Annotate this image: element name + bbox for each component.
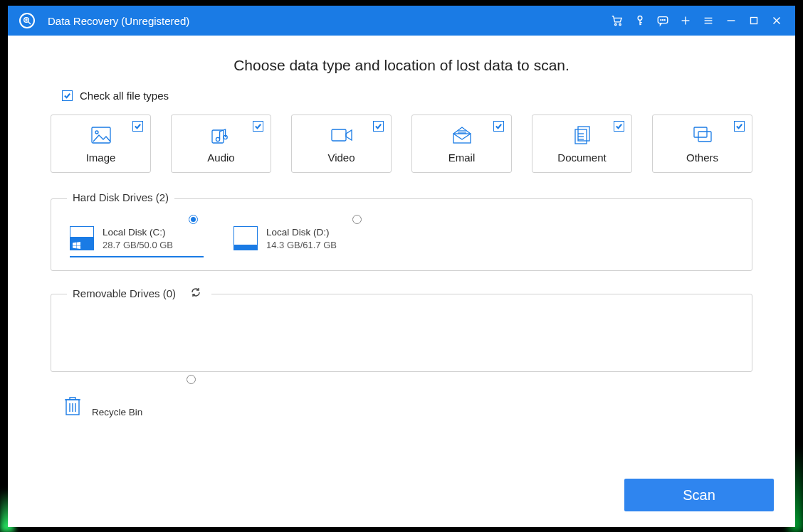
drive-c-name: Local Disk (C:) [103,227,173,238]
svg-line-3 [28,22,31,24]
svg-rect-39 [698,132,711,142]
svg-point-26 [216,137,219,141]
main-content: Choose data type and location of lost da… [8,36,795,527]
svg-point-24 [95,131,98,134]
file-types-row: Image Audio Video Email Document [51,115,752,173]
svg-point-6 [638,16,642,21]
hdd-group-label: Hard Disk Drives (2) [67,191,174,203]
menu-icon[interactable] [697,6,720,36]
type-email-label: Email [448,151,476,164]
svg-rect-20 [751,18,757,24]
svg-point-11 [661,20,661,21]
recycle-bin-label: Recycle Bin [92,407,142,419]
removable-group: Removable Drives (0) [51,294,752,372]
video-icon [330,124,353,146]
type-image-label: Image [86,151,116,164]
app-window: Data Recovery (Unregistered) Choose data… [8,6,795,527]
maximize-button[interactable] [742,6,765,36]
svg-point-4 [615,23,616,25]
page-heading: Choose data type and location of lost da… [51,57,752,74]
type-card-video[interactable]: Video [291,115,392,173]
type-image-checkbox[interactable] [132,121,143,132]
hdd-group: Hard Disk Drives (2) Local Disk (C:) 28.… [51,198,752,271]
drive-d-name: Local Disk (D:) [266,227,337,238]
audio-icon [211,124,232,146]
svg-rect-28 [332,129,346,141]
type-audio-checkbox[interactable] [253,121,263,132]
type-video-label: Video [327,151,355,164]
type-document-checkbox[interactable] [614,121,624,132]
document-icon [572,124,592,146]
type-card-document[interactable]: Document [532,115,632,173]
check-all-label: Check all file types [80,90,169,102]
type-card-email[interactable]: Email [411,115,512,173]
drive-c-capacity: 28.7 GB/50.0 GB [103,240,173,250]
disk-icon [70,226,94,250]
windows-icon [73,240,80,248]
check-all-row[interactable]: Check all file types [62,90,752,102]
type-card-others[interactable]: Others [652,115,752,173]
type-audio-label: Audio [207,151,234,164]
drive-c-radio[interactable] [189,215,198,224]
type-video-checkbox[interactable] [373,121,384,132]
others-icon [692,124,713,146]
minimize-button[interactable] [720,6,742,36]
drive-d[interactable]: Local Disk (D:) 14.3 GB/61.7 GB [229,215,372,257]
refresh-icon[interactable] [186,287,206,300]
window-title: Data Recovery (Unregistered) [48,15,189,27]
titlebar: Data Recovery (Unregistered) [8,6,795,36]
svg-point-13 [664,20,665,21]
svg-point-5 [619,23,621,25]
close-button[interactable] [765,6,788,36]
drive-d-radio[interactable] [352,215,362,224]
key-icon[interactable] [629,6,651,36]
type-card-image[interactable]: Image [51,115,151,173]
recycle-bin-radio[interactable] [187,375,196,384]
plus-icon[interactable] [674,6,697,36]
image-icon [90,124,112,146]
trash-icon [63,395,82,419]
type-others-label: Others [686,151,718,164]
type-document-label: Document [557,151,606,164]
cart-icon[interactable] [606,6,629,36]
check-all-checkbox[interactable] [62,90,73,101]
type-email-checkbox[interactable] [493,121,504,132]
recycle-bin-option[interactable]: Recycle Bin [63,395,206,419]
app-logo-icon [19,13,35,28]
type-card-audio[interactable]: Audio [171,115,271,173]
drive-d-capacity: 14.3 GB/61.7 GB [266,240,337,250]
svg-marker-29 [346,130,352,140]
email-icon [451,124,473,146]
drives-row: Local Disk (C:) 28.7 GB/50.0 GB Local Di… [65,215,738,257]
removable-group-label: Removable Drives (0) [67,287,211,300]
svg-point-12 [662,20,663,21]
disk-icon [233,226,258,250]
scan-button[interactable]: Scan [624,479,774,511]
svg-rect-38 [694,127,707,137]
drive-c[interactable]: Local Disk (C:) 28.7 GB/50.0 GB [65,215,208,257]
type-others-checkbox[interactable] [734,121,745,132]
chat-icon[interactable] [651,6,674,36]
